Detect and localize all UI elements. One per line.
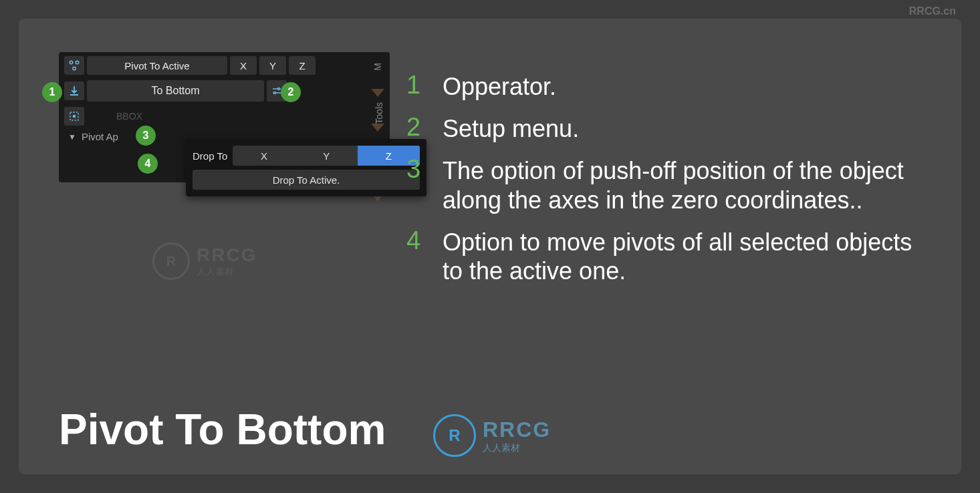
watermark-top-right: RRCG.cn [909,5,956,17]
legend-num-4: 4 [406,226,422,255]
vertical-m-label: M [372,63,383,71]
main-content-panel: Pivot To Active X Y Z To Bottom [19,19,961,474]
svg-point-2 [73,67,76,70]
drop-to-y-button[interactable]: Y [295,146,358,166]
watermark-bottom-text-sub: 人人素材 [483,442,551,454]
expand-caret-icon: ▼ [68,132,76,142]
page-title: Pivot To Bottom [59,405,386,454]
svg-point-3 [278,88,280,90]
marker-2: 2 [281,82,301,102]
legend-num-2: 2 [406,113,422,142]
svg-point-0 [70,61,73,64]
watermark-logo-icon: R [152,242,190,280]
legend-num-3: 3 [406,155,422,184]
svg-point-6 [74,116,76,118]
legend-text-1: Opperator. [443,71,556,101]
pivot-to-active-button[interactable]: Pivot To Active [87,56,227,75]
legend-item-2: 2 Setup menu. [406,113,921,143]
to-bottom-button[interactable]: To Bottom [87,80,264,102]
watermark-bottom: R RRCG 人人素材 [433,414,551,457]
axis-y-button[interactable]: Y [259,56,286,75]
svg-point-4 [274,92,276,94]
watermark-bottom-logo-icon: R [433,414,476,457]
drop-to-x-button[interactable]: X [233,146,295,166]
pivot-icon[interactable] [64,56,84,75]
axis-x-button[interactable]: X [230,56,257,75]
svg-point-1 [76,61,79,64]
drop-to-axis-group: X Y Z [233,146,420,166]
bbox-icon[interactable] [64,107,84,126]
watermark-text-sub: 人人素材 [197,266,257,278]
to-bottom-row: To Bottom [59,77,390,104]
vertical-tools-label: Tools [374,102,384,124]
drop-to-label: Drop To [193,150,227,162]
legend-num-1: 1 [406,71,422,100]
pivot-apply-label: Pivot Ap [82,131,118,142]
download-icon[interactable] [64,81,84,100]
pivot-to-active-row: Pivot To Active X Y Z [59,52,390,77]
legend-text-3: The option of push-off position of the o… [443,155,921,214]
legend-item-1: 1 Opperator. [406,71,921,101]
legend-item-3: 3 The option of push-off position of the… [406,155,921,214]
marker-4: 4 [138,154,158,174]
legend-text-2: Setup menu. [443,113,579,143]
marker-1: 1 [42,82,62,102]
watermark-bottom-text-main: RRCG [483,418,551,442]
watermark-center: R RRCG 人人素材 [152,242,257,280]
marker-3: 3 [136,126,156,146]
legend-list: 1 Opperator. 2 Setup menu. 3 The option … [406,71,921,297]
watermark-text-main: RRCG [197,244,257,266]
bbox-label: BBOX [90,111,142,122]
legend-item-4: 4 Option to move pivots of all selected … [406,226,921,285]
legend-text-4: Option to move pivots of all selected ob… [443,226,921,285]
drop-to-active-button[interactable]: Drop To Active. [193,170,420,190]
axis-z-button[interactable]: Z [289,56,316,75]
ui-panel-screenshot: Pivot To Active X Y Z To Bottom [59,52,390,182]
drop-to-row: Drop To X Y Z [193,146,420,166]
setup-menu-popup: Drop To X Y Z Drop To Active. [186,139,426,196]
bbox-row: BBOX [59,104,390,128]
